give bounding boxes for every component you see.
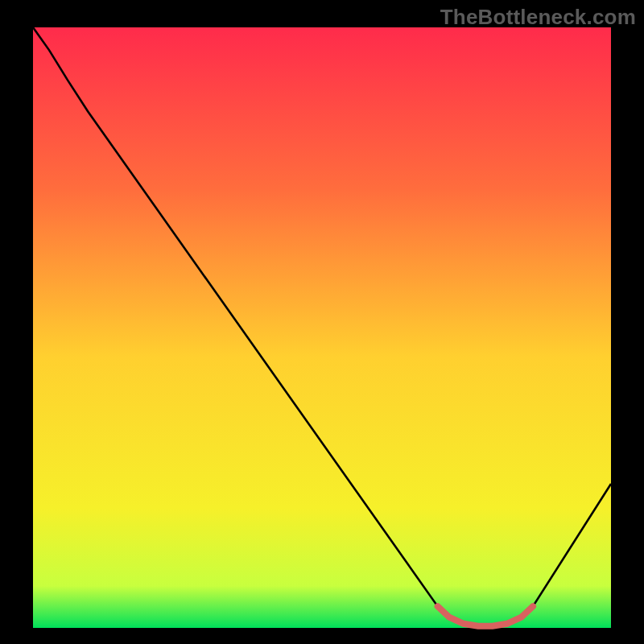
chart-frame: TheBottleneck.com [0,0,644,644]
plot-background [33,27,611,628]
bottleneck-chart [0,0,644,644]
